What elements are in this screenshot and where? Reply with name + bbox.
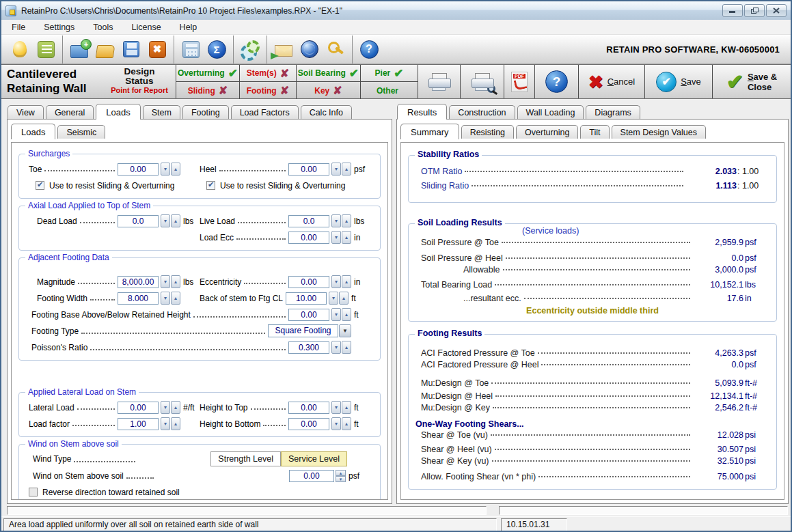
menu-help[interactable]: Help: [180, 23, 197, 32]
subtab-loads[interactable]: Loads: [11, 124, 55, 139]
spin-down-button[interactable]: [161, 292, 170, 305]
poissons-ratio-input[interactable]: 0.300: [288, 341, 329, 354]
toe-input[interactable]: 0.00: [118, 163, 159, 176]
spin-up-button[interactable]: [342, 401, 351, 414]
tab-construction[interactable]: Construction: [449, 105, 515, 119]
spin-up-button[interactable]: [342, 275, 351, 288]
license-keys-icon[interactable]: [323, 36, 349, 62]
settings-gears-icon[interactable]: [237, 36, 263, 62]
spin-down-button[interactable]: [331, 214, 341, 227]
tab-stem[interactable]: Stem: [143, 105, 180, 119]
menu-license[interactable]: License: [132, 23, 161, 32]
lightbulb-icon[interactable]: [7, 36, 33, 62]
web-globe-icon[interactable]: [297, 36, 323, 62]
live-load-input[interactable]: 0.0: [288, 215, 329, 227]
menu-settings[interactable]: Settings: [44, 23, 74, 32]
close-button[interactable]: [766, 4, 787, 17]
pdf-button[interactable]: PDF: [504, 65, 535, 98]
load-ecc-input[interactable]: 0.00: [288, 232, 329, 244]
spin-down-button[interactable]: [331, 275, 341, 288]
spin-down-button[interactable]: [161, 163, 170, 176]
subtab-stem-design-values[interactable]: Stem Design Values: [612, 125, 706, 139]
footing-base-input[interactable]: 0.00: [288, 309, 329, 321]
spin-up-button[interactable]: [171, 275, 180, 288]
subtab-seismic[interactable]: Seismic: [57, 125, 105, 139]
subtab-tilt[interactable]: Tilt: [580, 125, 609, 139]
help-icon[interactable]: [356, 36, 382, 62]
back-of-stem-input[interactable]: 10.00: [286, 292, 327, 305]
spin-up-button[interactable]: [339, 292, 349, 305]
tab-general[interactable]: General: [46, 105, 94, 119]
spin-up-button[interactable]: [342, 341, 351, 354]
spin-up-button[interactable]: [342, 231, 351, 244]
cancel-button[interactable]: Cancel: [579, 65, 645, 98]
dead-load-input[interactable]: 0.0: [118, 215, 159, 227]
minimize-button[interactable]: [722, 4, 743, 17]
subtab-overturning[interactable]: Overturning: [516, 125, 578, 139]
spin-down-button[interactable]: [331, 163, 341, 176]
save-button[interactable]: Save: [645, 65, 713, 98]
spin-down-button[interactable]: [161, 214, 170, 227]
tab-results[interactable]: Results: [397, 104, 447, 120]
menu-file[interactable]: File: [12, 23, 25, 32]
spin-up-button[interactable]: [342, 214, 351, 227]
close-file-icon[interactable]: [144, 36, 170, 62]
restore-button[interactable]: [744, 4, 765, 17]
spin-down-button[interactable]: [161, 275, 170, 288]
tab-wall-loading[interactable]: Wall Loading: [517, 105, 584, 119]
tab-diagrams[interactable]: Diagrams: [586, 105, 640, 119]
print-preview-button[interactable]: [461, 65, 504, 98]
send-email-icon[interactable]: [271, 36, 297, 62]
help-button[interactable]: [535, 65, 579, 98]
eccentricity-input[interactable]: 0.00: [288, 276, 329, 288]
tab-calc-info[interactable]: Calc Info: [301, 105, 352, 119]
reverse-direction-checkbox[interactable]: [29, 488, 38, 496]
subtab-resisting[interactable]: Resisting: [461, 125, 514, 139]
spin-down-button[interactable]: [331, 231, 341, 244]
magnitude-input[interactable]: 8,000.00: [118, 276, 159, 288]
height-to-top-input[interactable]: 0.00: [288, 402, 329, 414]
height-to-bottom-input[interactable]: 0.00: [288, 418, 329, 430]
open-project-icon[interactable]: [92, 36, 118, 62]
spin-down-button[interactable]: [331, 401, 341, 414]
spin-up-button[interactable]: [342, 308, 351, 321]
list-icon[interactable]: [33, 36, 59, 62]
tab-view[interactable]: View: [8, 105, 44, 119]
wind-spinner[interactable]: ▴▾: [336, 470, 346, 482]
load-factor-input[interactable]: 1.00: [118, 418, 159, 430]
spin-down-button[interactable]: [331, 308, 341, 321]
heel-resist-checkbox[interactable]: [206, 181, 215, 190]
spin-up-button[interactable]: [342, 417, 351, 430]
toe-resist-checkbox[interactable]: [36, 181, 44, 190]
new-project-icon[interactable]: [66, 36, 92, 62]
menu-tools[interactable]: Tools: [93, 23, 113, 32]
spin-down-button[interactable]: [331, 341, 341, 354]
footing-width-input[interactable]: 8.000: [118, 292, 159, 305]
wind-on-stem-input[interactable]: 0.00: [289, 470, 334, 482]
spin-down-button[interactable]: [329, 292, 338, 305]
print-button[interactable]: [418, 65, 461, 98]
spin-up-button[interactable]: [171, 292, 180, 305]
service-level-button[interactable]: Service Level: [281, 451, 347, 466]
spin-up-button[interactable]: [171, 214, 180, 227]
tab-loads[interactable]: Loads: [96, 104, 140, 120]
dropdown-arrow-icon[interactable]: [339, 324, 351, 337]
summary-sigma-icon[interactable]: [204, 36, 230, 62]
spin-up-button[interactable]: [171, 401, 180, 414]
spin-down-button[interactable]: [161, 401, 170, 414]
save-close-button[interactable]: Save &Close: [713, 65, 791, 98]
footing-type-dropdown[interactable]: Square Footing: [268, 324, 351, 337]
save-file-icon[interactable]: [118, 36, 144, 62]
strength-level-button[interactable]: Strength Level: [210, 451, 281, 466]
tab-footing[interactable]: Footing: [182, 105, 229, 119]
tab-load-factors[interactable]: Load Factors: [231, 105, 299, 119]
calculator-icon[interactable]: [178, 36, 204, 62]
spin-up-button[interactable]: [171, 417, 180, 430]
subtab-summary[interactable]: Summary: [400, 124, 459, 139]
spin-up-button[interactable]: [342, 163, 351, 176]
spin-down-button[interactable]: [161, 417, 170, 430]
lateral-load-input[interactable]: 0.00: [118, 402, 159, 414]
heel-input[interactable]: 0.00: [288, 163, 329, 176]
spin-down-button[interactable]: [331, 417, 341, 430]
spin-up-button[interactable]: [171, 163, 180, 176]
